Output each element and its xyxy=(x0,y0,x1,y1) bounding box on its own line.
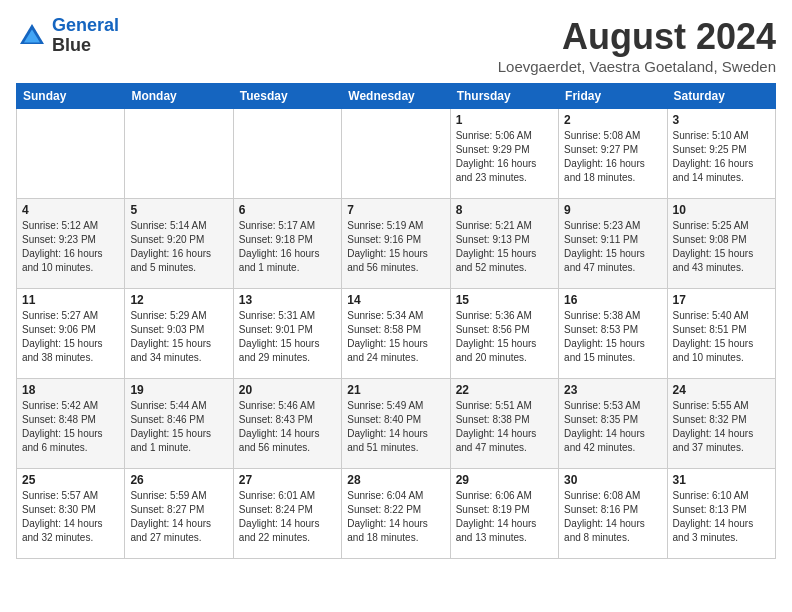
day-info: Sunrise: 5:34 AM Sunset: 8:58 PM Dayligh… xyxy=(347,309,444,365)
day-number: 25 xyxy=(22,473,119,487)
calendar-cell: 31Sunrise: 6:10 AM Sunset: 8:13 PM Dayli… xyxy=(667,469,775,559)
day-info: Sunrise: 5:19 AM Sunset: 9:16 PM Dayligh… xyxy=(347,219,444,275)
calendar-cell: 30Sunrise: 6:08 AM Sunset: 8:16 PM Dayli… xyxy=(559,469,667,559)
day-number: 30 xyxy=(564,473,661,487)
day-number: 29 xyxy=(456,473,553,487)
calendar-cell xyxy=(17,109,125,199)
day-info: Sunrise: 6:01 AM Sunset: 8:24 PM Dayligh… xyxy=(239,489,336,545)
day-info: Sunrise: 5:31 AM Sunset: 9:01 PM Dayligh… xyxy=(239,309,336,365)
calendar-cell: 11Sunrise: 5:27 AM Sunset: 9:06 PM Dayli… xyxy=(17,289,125,379)
page-header: General Blue August 2024 Loevgaerdet, Va… xyxy=(16,16,776,75)
day-info: Sunrise: 5:38 AM Sunset: 8:53 PM Dayligh… xyxy=(564,309,661,365)
day-number: 31 xyxy=(673,473,770,487)
calendar-cell: 8Sunrise: 5:21 AM Sunset: 9:13 PM Daylig… xyxy=(450,199,558,289)
calendar-cell: 16Sunrise: 5:38 AM Sunset: 8:53 PM Dayli… xyxy=(559,289,667,379)
calendar: SundayMondayTuesdayWednesdayThursdayFrid… xyxy=(16,83,776,559)
day-info: Sunrise: 5:53 AM Sunset: 8:35 PM Dayligh… xyxy=(564,399,661,455)
calendar-cell: 7Sunrise: 5:19 AM Sunset: 9:16 PM Daylig… xyxy=(342,199,450,289)
calendar-cell: 27Sunrise: 6:01 AM Sunset: 8:24 PM Dayli… xyxy=(233,469,341,559)
day-info: Sunrise: 6:04 AM Sunset: 8:22 PM Dayligh… xyxy=(347,489,444,545)
day-info: Sunrise: 5:21 AM Sunset: 9:13 PM Dayligh… xyxy=(456,219,553,275)
dow-header: Wednesday xyxy=(342,84,450,109)
calendar-cell: 3Sunrise: 5:10 AM Sunset: 9:25 PM Daylig… xyxy=(667,109,775,199)
day-number: 2 xyxy=(564,113,661,127)
dow-header: Friday xyxy=(559,84,667,109)
day-info: Sunrise: 6:06 AM Sunset: 8:19 PM Dayligh… xyxy=(456,489,553,545)
calendar-header: SundayMondayTuesdayWednesdayThursdayFrid… xyxy=(17,84,776,109)
calendar-cell: 6Sunrise: 5:17 AM Sunset: 9:18 PM Daylig… xyxy=(233,199,341,289)
calendar-cell: 14Sunrise: 5:34 AM Sunset: 8:58 PM Dayli… xyxy=(342,289,450,379)
day-info: Sunrise: 6:10 AM Sunset: 8:13 PM Dayligh… xyxy=(673,489,770,545)
logo-line1: General xyxy=(52,15,119,35)
calendar-week-row: 4Sunrise: 5:12 AM Sunset: 9:23 PM Daylig… xyxy=(17,199,776,289)
day-info: Sunrise: 5:14 AM Sunset: 9:20 PM Dayligh… xyxy=(130,219,227,275)
calendar-cell xyxy=(342,109,450,199)
day-number: 4 xyxy=(22,203,119,217)
day-number: 24 xyxy=(673,383,770,397)
days-of-week-row: SundayMondayTuesdayWednesdayThursdayFrid… xyxy=(17,84,776,109)
day-number: 20 xyxy=(239,383,336,397)
calendar-cell: 28Sunrise: 6:04 AM Sunset: 8:22 PM Dayli… xyxy=(342,469,450,559)
logo-icon xyxy=(16,20,48,52)
day-info: Sunrise: 5:23 AM Sunset: 9:11 PM Dayligh… xyxy=(564,219,661,275)
day-info: Sunrise: 5:06 AM Sunset: 9:29 PM Dayligh… xyxy=(456,129,553,185)
calendar-week-row: 25Sunrise: 5:57 AM Sunset: 8:30 PM Dayli… xyxy=(17,469,776,559)
location: Loevgaerdet, Vaestra Goetaland, Sweden xyxy=(498,58,776,75)
calendar-body: 1Sunrise: 5:06 AM Sunset: 9:29 PM Daylig… xyxy=(17,109,776,559)
day-info: Sunrise: 5:36 AM Sunset: 8:56 PM Dayligh… xyxy=(456,309,553,365)
day-number: 7 xyxy=(347,203,444,217)
day-number: 15 xyxy=(456,293,553,307)
day-info: Sunrise: 6:08 AM Sunset: 8:16 PM Dayligh… xyxy=(564,489,661,545)
calendar-cell: 23Sunrise: 5:53 AM Sunset: 8:35 PM Dayli… xyxy=(559,379,667,469)
calendar-cell: 19Sunrise: 5:44 AM Sunset: 8:46 PM Dayli… xyxy=(125,379,233,469)
day-number: 26 xyxy=(130,473,227,487)
day-number: 1 xyxy=(456,113,553,127)
day-number: 14 xyxy=(347,293,444,307)
calendar-cell: 25Sunrise: 5:57 AM Sunset: 8:30 PM Dayli… xyxy=(17,469,125,559)
calendar-cell: 24Sunrise: 5:55 AM Sunset: 8:32 PM Dayli… xyxy=(667,379,775,469)
dow-header: Thursday xyxy=(450,84,558,109)
day-info: Sunrise: 5:42 AM Sunset: 8:48 PM Dayligh… xyxy=(22,399,119,455)
calendar-cell: 4Sunrise: 5:12 AM Sunset: 9:23 PM Daylig… xyxy=(17,199,125,289)
day-number: 5 xyxy=(130,203,227,217)
calendar-cell: 2Sunrise: 5:08 AM Sunset: 9:27 PM Daylig… xyxy=(559,109,667,199)
day-info: Sunrise: 5:29 AM Sunset: 9:03 PM Dayligh… xyxy=(130,309,227,365)
day-number: 11 xyxy=(22,293,119,307)
day-info: Sunrise: 5:10 AM Sunset: 9:25 PM Dayligh… xyxy=(673,129,770,185)
calendar-cell: 13Sunrise: 5:31 AM Sunset: 9:01 PM Dayli… xyxy=(233,289,341,379)
day-info: Sunrise: 5:49 AM Sunset: 8:40 PM Dayligh… xyxy=(347,399,444,455)
day-info: Sunrise: 5:12 AM Sunset: 9:23 PM Dayligh… xyxy=(22,219,119,275)
day-info: Sunrise: 5:17 AM Sunset: 9:18 PM Dayligh… xyxy=(239,219,336,275)
day-number: 6 xyxy=(239,203,336,217)
day-info: Sunrise: 5:08 AM Sunset: 9:27 PM Dayligh… xyxy=(564,129,661,185)
logo-line2: Blue xyxy=(52,36,119,56)
day-info: Sunrise: 5:57 AM Sunset: 8:30 PM Dayligh… xyxy=(22,489,119,545)
day-info: Sunrise: 5:59 AM Sunset: 8:27 PM Dayligh… xyxy=(130,489,227,545)
day-number: 12 xyxy=(130,293,227,307)
calendar-cell: 5Sunrise: 5:14 AM Sunset: 9:20 PM Daylig… xyxy=(125,199,233,289)
title-block: August 2024 Loevgaerdet, Vaestra Goetala… xyxy=(498,16,776,75)
dow-header: Monday xyxy=(125,84,233,109)
calendar-cell: 10Sunrise: 5:25 AM Sunset: 9:08 PM Dayli… xyxy=(667,199,775,289)
day-number: 3 xyxy=(673,113,770,127)
logo: General Blue xyxy=(16,16,119,56)
dow-header: Saturday xyxy=(667,84,775,109)
day-number: 22 xyxy=(456,383,553,397)
dow-header: Sunday xyxy=(17,84,125,109)
day-number: 13 xyxy=(239,293,336,307)
day-info: Sunrise: 5:40 AM Sunset: 8:51 PM Dayligh… xyxy=(673,309,770,365)
day-number: 21 xyxy=(347,383,444,397)
day-number: 16 xyxy=(564,293,661,307)
calendar-week-row: 1Sunrise: 5:06 AM Sunset: 9:29 PM Daylig… xyxy=(17,109,776,199)
calendar-week-row: 11Sunrise: 5:27 AM Sunset: 9:06 PM Dayli… xyxy=(17,289,776,379)
dow-header: Tuesday xyxy=(233,84,341,109)
calendar-cell: 22Sunrise: 5:51 AM Sunset: 8:38 PM Dayli… xyxy=(450,379,558,469)
calendar-cell: 21Sunrise: 5:49 AM Sunset: 8:40 PM Dayli… xyxy=(342,379,450,469)
calendar-cell: 9Sunrise: 5:23 AM Sunset: 9:11 PM Daylig… xyxy=(559,199,667,289)
calendar-cell xyxy=(125,109,233,199)
day-number: 9 xyxy=(564,203,661,217)
calendar-cell: 17Sunrise: 5:40 AM Sunset: 8:51 PM Dayli… xyxy=(667,289,775,379)
calendar-cell: 26Sunrise: 5:59 AM Sunset: 8:27 PM Dayli… xyxy=(125,469,233,559)
calendar-cell: 29Sunrise: 6:06 AM Sunset: 8:19 PM Dayli… xyxy=(450,469,558,559)
month-title: August 2024 xyxy=(498,16,776,58)
